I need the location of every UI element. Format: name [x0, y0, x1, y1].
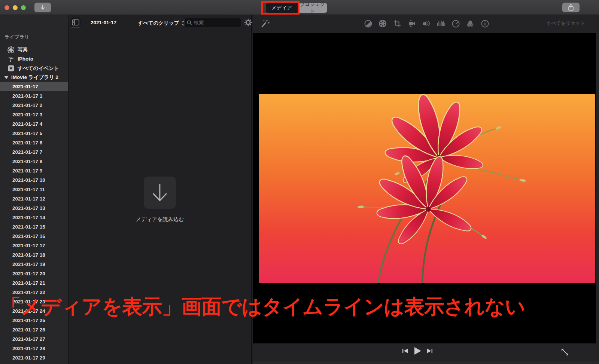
sidebar-item-iphoto[interactable]: iPhoto: [0, 54, 68, 64]
clip-speed-button[interactable]: [451, 19, 460, 28]
zoom-window-button[interactable]: [21, 5, 26, 10]
download-arrow-icon: [40, 4, 46, 10]
color-wheel-button[interactable]: [378, 19, 387, 28]
disclosure-triangle-icon[interactable]: [4, 76, 9, 79]
event-row[interactable]: 2021-01-17 26: [0, 325, 68, 334]
reset-all-button[interactable]: すべてをリセット: [547, 20, 585, 27]
play-button[interactable]: [413, 346, 422, 355]
fullscreen-arrows-icon: [561, 348, 569, 356]
event-row[interactable]: 2021-01-17 15: [0, 222, 68, 232]
sidebar-item-all-events[interactable]: すべてのイベント: [0, 64, 68, 73]
noise-reduction-button[interactable]: [437, 19, 445, 28]
browser-settings-button[interactable]: [244, 18, 252, 27]
import-media-toolbar-button[interactable]: [34, 3, 51, 12]
next-frame-button[interactable]: [426, 348, 433, 354]
event-row[interactable]: 2021-01-17 18: [0, 250, 68, 260]
event-row[interactable]: 2021-01-17 12: [0, 194, 68, 204]
sidebar-item-photos[interactable]: 写真: [0, 45, 68, 54]
event-row[interactable]: 2021-01-17 20: [0, 269, 68, 278]
tab-project[interactable]: プロジェクト: [298, 3, 327, 13]
event-row[interactable]: 2021-01-17 17: [0, 241, 68, 250]
volume-button[interactable]: [422, 19, 431, 28]
import-media-label: メディアを読み込む: [136, 216, 184, 223]
color-wheel-icon: [378, 19, 387, 28]
event-row[interactable]: 2021-01-17 21: [0, 278, 68, 288]
titlebar: メディア プロジェクト: [0, 0, 599, 15]
gear-icon: [244, 18, 252, 27]
crop-button[interactable]: [393, 19, 401, 28]
stabilization-button[interactable]: [408, 19, 416, 28]
play-icon: [413, 346, 422, 355]
event-row[interactable]: 2021-01-17 24: [0, 306, 68, 316]
sidebar-toggle-button[interactable]: [70, 17, 81, 28]
sidebar-item-label: すべてのイベント: [18, 65, 59, 72]
overlapping-circles-icon: [466, 20, 474, 28]
viewer-bottom-strip: [253, 361, 599, 364]
event-row[interactable]: 2021-01-17 9: [0, 166, 68, 175]
event-row[interactable]: 2021-01-17 5: [0, 129, 68, 138]
search-input[interactable]: [194, 20, 239, 25]
photos-flower-icon: [7, 46, 14, 53]
preview-photo-flowers: [259, 94, 595, 283]
event-row[interactable]: 2021-01-17 29: [0, 353, 68, 363]
media-browser-pane: 2021-01-17 すべてのクリップ: [69, 15, 252, 364]
fullscreen-button[interactable]: [561, 348, 569, 356]
color-balance-icon: [364, 20, 372, 28]
browser-event-title: 2021-01-17: [91, 20, 116, 25]
adjust-tools-group: [364, 19, 489, 28]
info-button[interactable]: [481, 19, 489, 28]
minimize-window-button[interactable]: [13, 5, 18, 10]
import-media-area: メディアを読み込む: [136, 177, 184, 223]
crop-icon: [393, 20, 401, 27]
previous-frame-button[interactable]: [402, 348, 408, 354]
next-frame-icon: [426, 348, 433, 354]
tab-media[interactable]: メディア: [266, 3, 298, 13]
color-correction-button[interactable]: [466, 19, 474, 28]
viewer-toolbar: すべてをリセット: [253, 15, 599, 33]
equalizer-bars-icon: [437, 20, 445, 27]
event-row[interactable]: 2021-01-17 30: [0, 363, 68, 364]
share-button[interactable]: [562, 3, 580, 12]
event-row[interactable]: 2021-01-17 16: [0, 232, 68, 241]
event-row[interactable]: 2021-01-17 14: [0, 213, 68, 222]
enhance-magic-wand-button[interactable]: [260, 19, 270, 28]
sidebar-item-imovie-library[interactable]: iMovie ライブラリ 2: [0, 73, 68, 82]
event-row[interactable]: 2021-01-17 4: [0, 119, 68, 129]
event-row[interactable]: 2021-01-17 19: [0, 260, 68, 269]
event-row[interactable]: 2021-01-17: [0, 82, 68, 91]
speedometer-icon: [452, 20, 460, 28]
event-row[interactable]: 2021-01-17 7: [0, 147, 68, 157]
video-preview-area: [253, 33, 596, 343]
event-row[interactable]: 2021-01-17 8: [0, 157, 68, 166]
event-row[interactable]: 2021-01-17 6: [0, 138, 68, 147]
clip-filter-dropdown[interactable]: すべてのクリップ: [138, 20, 185, 27]
event-row[interactable]: 2021-01-17 13: [0, 204, 68, 213]
viewer-pane: すべてをリセット: [253, 15, 599, 364]
speaker-icon: [422, 20, 431, 27]
event-row[interactable]: 2021-01-17 11: [0, 185, 68, 194]
magic-wand-icon: [260, 19, 270, 28]
event-row[interactable]: 2021-01-17 2: [0, 101, 68, 110]
event-row[interactable]: 2021-01-17 1: [0, 91, 68, 101]
library-sidebar: ライブラリ 写真 iPhoto: [0, 15, 69, 364]
event-row[interactable]: 2021-01-17 22: [0, 288, 68, 297]
event-row[interactable]: 2021-01-17 25: [0, 316, 68, 325]
sidebar-item-label: iPhoto: [18, 56, 33, 62]
sidebar-item-label: 写真: [18, 46, 28, 53]
event-row[interactable]: 2021-01-17 28: [0, 344, 68, 353]
event-row[interactable]: 2021-01-17 3: [0, 110, 68, 119]
video-camera-icon: [408, 19, 416, 28]
share-icon: [568, 4, 574, 11]
search-icon: [187, 20, 192, 25]
palm-tree-icon: [7, 56, 14, 62]
search-field[interactable]: [184, 18, 241, 27]
event-row[interactable]: 2021-01-17 23: [0, 297, 68, 306]
sidebar-toggle-icon: [72, 19, 79, 25]
previous-frame-icon: [402, 348, 408, 354]
import-media-button[interactable]: [144, 177, 176, 209]
close-window-button[interactable]: [4, 5, 9, 10]
event-row[interactable]: 2021-01-17 10: [0, 175, 68, 185]
color-balance-button[interactable]: [364, 19, 372, 28]
star-box-icon: [7, 65, 14, 72]
event-row[interactable]: 2021-01-17 27: [0, 334, 68, 344]
